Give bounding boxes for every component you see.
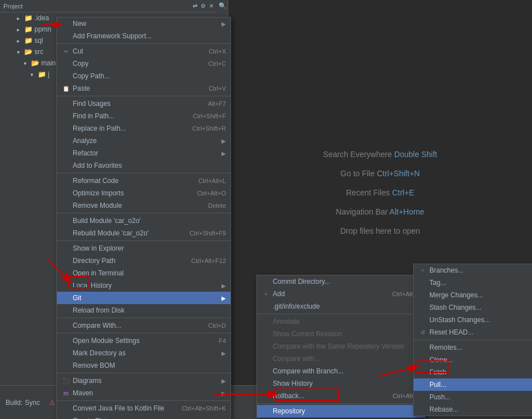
menu-compare-with[interactable]: Compare With... Ctrl+D: [57, 319, 230, 332]
submenu-arrow: ▶: [221, 283, 226, 289]
submenu-arrow: ▶: [221, 390, 226, 396]
menu-add[interactable]: + Add Ctrl+Alt+A: [257, 288, 425, 300]
divider: [57, 400, 230, 401]
menu-reformat[interactable]: Reformat Code Ctrl+Alt+L: [57, 175, 230, 187]
refactor-icon: [61, 149, 70, 158]
menu-add-favorites[interactable]: Add to Favorites: [57, 159, 230, 172]
menu-compare-same-repo[interactable]: Compare with the Same Repository Version: [257, 340, 425, 353]
menu-show-explorer[interactable]: Show in Explorer: [57, 242, 230, 255]
build-label: Build:: [6, 399, 23, 407]
menu-cut[interactable]: ✂ Cut Ctrl+X: [57, 45, 230, 57]
project-bar: Project ⇄ ⚙ ✕: [0, 0, 217, 12]
menu-clone[interactable]: Clone...: [414, 354, 532, 366]
show-history-icon: [261, 379, 271, 388]
menu-open-module-settings[interactable]: Open Module Settings F4: [57, 335, 230, 347]
menu-refactor[interactable]: Refactor ▶: [57, 147, 230, 159]
menu-commit-dir[interactable]: Commit Directory...: [257, 275, 425, 288]
optimize-icon: [61, 189, 70, 198]
divider: [57, 96, 230, 96]
menu-fetch[interactable]: Fetch: [414, 366, 532, 378]
gear-icon: ⚙: [201, 3, 206, 9]
menu-rebase[interactable]: Rebase...: [414, 403, 532, 416]
folder-icon: ▾: [20, 59, 29, 68]
folder-icon: ▾: [27, 70, 36, 79]
menu-build-module[interactable]: Build Module 'car_o2o': [57, 215, 230, 227]
new-icon: [61, 19, 70, 28]
menu-push[interactable]: Push... Ctrl+Shift+K: [414, 391, 532, 403]
menu-diagrams[interactable]: ⬛ Diagrams ▶: [57, 375, 230, 387]
menu-branches[interactable]: ⑂ Branches... Ctrl+Shift+`: [414, 264, 532, 277]
divider: [257, 314, 425, 314]
menu-tag[interactable]: Tag...: [414, 277, 532, 289]
menu-reload-disk[interactable]: Reload from Disk: [57, 304, 230, 317]
maven-icon: m: [61, 389, 70, 398]
menu-analyze[interactable]: Analyze ▶: [57, 135, 230, 147]
menu-unstash[interactable]: UnStash Changes...: [414, 314, 532, 326]
branches-icon: ⑂: [418, 266, 427, 275]
menu-compare-with-git[interactable]: Compare with...: [257, 353, 425, 365]
divider: [57, 318, 230, 318]
menu-reset-head[interactable]: ↺ Reset HEAD...: [414, 326, 532, 338]
menu-remove-bom[interactable]: Remove BOM: [57, 359, 230, 372]
menu-open-terminal[interactable]: Open in Terminal: [57, 267, 230, 279]
copy-path-icon: [61, 72, 70, 81]
hint-nav-bar: Navigation Bar Alt+Home: [336, 207, 424, 216]
menu-new[interactable]: New ▶: [57, 17, 230, 30]
hint-goto-file: Go to File Ctrl+Shift+N: [340, 169, 420, 178]
menu-optimize-imports[interactable]: Optimize Imports Ctrl+Alt+O: [57, 187, 230, 199]
folder-color-icon: 📁: [24, 25, 33, 33]
tree-item-label: .idea: [34, 14, 49, 22]
menu-find-usages[interactable]: Find Usages Alt+F7: [57, 97, 230, 110]
folder-icon: ▸: [14, 14, 23, 23]
tree-item-label: ppmn: [34, 25, 51, 33]
reformat-icon: [61, 176, 70, 185]
folder-color-icon: 📁: [24, 37, 33, 44]
menu-remotes[interactable]: Remotes...: [414, 341, 532, 354]
menu-stash[interactable]: Stash Changes...: [414, 301, 532, 314]
branch-compare-icon: [261, 367, 271, 376]
menu-paste[interactable]: 📋 Paste Ctrl+V: [57, 82, 230, 95]
menu-repository[interactable]: Repository ▶: [257, 405, 425, 417]
submenu-arrow: ▶: [221, 378, 226, 384]
menu-merge-changes[interactable]: Merge Changes...: [414, 289, 532, 301]
reset-icon: ↺: [418, 328, 427, 337]
menu-local-history[interactable]: Local History ▶: [57, 279, 230, 292]
menu-copy-path[interactable]: Copy Path...: [57, 70, 230, 82]
repo-submenu: ⑂ Branches... Ctrl+Shift+` Tag... Merge …: [413, 264, 532, 416]
menu-dir-path[interactable]: Directory Path Ctrl+Alt+F12: [57, 255, 230, 267]
sync-label: Sync: [25, 399, 40, 407]
menu-rollback[interactable]: Rollback... Ctrl+Alt+Z: [257, 390, 425, 402]
menu-git[interactable]: Git ▶: [57, 292, 230, 304]
menu-replace-path[interactable]: Replace in Path... Ctrl+Shift+R: [57, 122, 230, 135]
remotes-icon: [418, 343, 427, 352]
menu-show-current-rev[interactable]: Show Current Revision: [257, 328, 425, 340]
tree-item-label: main: [41, 59, 56, 67]
menu-remove-module[interactable]: Remove Module Delete: [57, 199, 230, 212]
menu-show-history[interactable]: Show History: [257, 377, 425, 390]
menu-annotate[interactable]: Annotate: [257, 315, 425, 328]
menu-add-framework[interactable]: Add Framework Support...: [57, 30, 230, 42]
divider: [57, 373, 230, 373]
menu-pull[interactable]: Pull...: [414, 378, 532, 391]
divider: [57, 333, 230, 333]
shortcut-double-shift: Double Shift: [394, 150, 437, 159]
compare-repo-icon: [261, 342, 271, 351]
menu-mark-directory[interactable]: Mark Directory as ▶: [57, 347, 230, 359]
side-icon-search[interactable]: 🔍: [219, 2, 227, 10]
push-icon: [418, 393, 427, 402]
menu-rebuild-module[interactable]: Rebuild Module 'car_o2o' Ctrl+Shift+F9: [57, 227, 230, 239]
menu-git-exclude[interactable]: . .git/info/exclude: [257, 300, 425, 313]
shortcut-nav-bar: Alt+Home: [389, 207, 424, 216]
menu-compare-branch[interactable]: Compare with Branch...: [257, 365, 425, 377]
menu-maven[interactable]: m Maven ▶: [57, 387, 230, 399]
menu-find-path[interactable]: Find in Path... Ctrl+Shift+F: [57, 110, 230, 122]
menu-copy[interactable]: Copy Ctrl+C: [57, 57, 230, 70]
compare-icon: [61, 321, 70, 330]
cut-icon: ✂: [61, 47, 70, 56]
git-icon: [61, 293, 70, 302]
mark-dir-icon: [61, 349, 70, 358]
menu-create-gist[interactable]: ⊙ Create Gist...: [57, 414, 230, 419]
submenu-arrow: ▶: [221, 21, 226, 27]
menu-convert-kotlin[interactable]: Convert Java File to Kotlin File Ctrl+Al…: [57, 402, 230, 414]
git-submenu: Commit Directory... + Add Ctrl+Alt+A . .…: [256, 275, 425, 418]
